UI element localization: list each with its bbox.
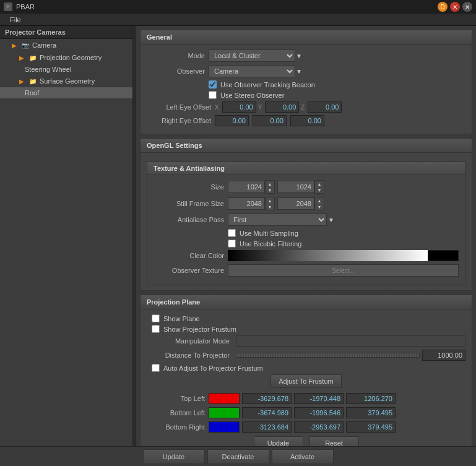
show-plane-label: Show Plane	[163, 315, 200, 322]
clear-color-label: Clear Color	[154, 252, 228, 259]
clear-color-swatch[interactable]	[428, 250, 459, 261]
inner-update-reset-row: Update Reset	[147, 436, 465, 446]
still-h-input[interactable]	[277, 197, 314, 210]
distance-input[interactable]	[422, 350, 465, 361]
left-eye-z-input[interactable]	[308, 101, 342, 113]
sidebar-item-camera[interactable]: ▶ 📷 Camera	[0, 39, 132, 51]
window-btn-orange[interactable]: D	[438, 2, 448, 12]
top-left-color[interactable]	[209, 393, 240, 404]
inner-update-btn[interactable]: Update	[254, 436, 303, 446]
still-w-up[interactable]: ▲	[266, 197, 274, 204]
sidebar-item-surface-geometry[interactable]: ▶ 📁 Surface Geometry	[0, 75, 132, 87]
observer-texture-row: Observer Texture Select...	[154, 264, 459, 277]
app-icon-letter: P	[6, 4, 10, 10]
bottom-left-x-input[interactable]	[242, 407, 292, 418]
right-eye-y-input[interactable]	[253, 115, 287, 126]
size-w-down[interactable]: ▼	[266, 187, 274, 193]
use-observer-tracking-checkbox[interactable]	[209, 80, 217, 88]
window-btn-extra[interactable]: ✕	[462, 2, 472, 12]
proj-geom-folder-icon: 📁	[28, 53, 37, 62]
menu-file[interactable]: File	[5, 16, 26, 24]
left-eye-x-input[interactable]	[222, 101, 256, 113]
top-left-x-input[interactable]	[242, 393, 292, 404]
bottom-right-x-input[interactable]	[242, 421, 292, 433]
left-eye-x-label: X	[215, 104, 219, 111]
proj-geom-icon: ▶	[17, 53, 26, 62]
show-frustum-row: Show Projector Frustum	[147, 325, 465, 333]
bicubic-label: Use Bicubic Filtering	[240, 240, 301, 248]
multi-sampling-row: Use Multi Sampling	[154, 229, 459, 237]
bottom-right-color[interactable]	[209, 421, 240, 433]
observer-dropdown-icon: ▼	[295, 67, 303, 76]
deactivate-btn[interactable]: Deactivate	[207, 449, 269, 464]
show-frustum-checkbox[interactable]	[152, 325, 160, 333]
size-w-up[interactable]: ▲	[266, 181, 274, 187]
projection-plane-body: Show Plane Show Projector Frustum Manipu…	[140, 309, 472, 446]
sidebar-item-steering-wheel[interactable]: Steering Wheel	[0, 64, 132, 75]
bottom-right-y-input[interactable]	[294, 421, 344, 433]
bottom-left-z-input[interactable]	[346, 407, 396, 418]
bottom-right-row: Bottom Right	[147, 421, 465, 433]
left-eye-y-input[interactable]	[265, 101, 299, 113]
right-eye-x-input[interactable]	[215, 115, 249, 126]
use-observer-tracking-label: Use Observer Tracking Beacon	[220, 81, 315, 88]
size-row: Size ▲ ▼ ▲ ▼	[154, 180, 459, 194]
clear-color-bar[interactable]	[228, 250, 428, 261]
auto-adjust-checkbox[interactable]	[152, 364, 160, 372]
still-h-down[interactable]: ▼	[315, 204, 324, 210]
adjust-to-frustum-btn[interactable]: Adjust To Frustum	[270, 374, 341, 388]
update-btn[interactable]: Update	[143, 449, 205, 464]
sidebar-section-title: Projector Cameras	[0, 26, 132, 39]
antialiase-select[interactable]: First Second Third	[228, 214, 327, 226]
use-stereo-observer-label: Use Stereo Observer	[220, 92, 284, 99]
observer-select[interactable]: Camera	[209, 65, 295, 77]
observer-texture-bar[interactable]: Select...	[228, 264, 459, 277]
bottom-left-color[interactable]	[209, 407, 240, 418]
projection-plane-section: Projection Plane Show Plane Show Project…	[140, 295, 472, 446]
use-stereo-observer-checkbox[interactable]	[209, 91, 217, 99]
multi-sampling-checkbox[interactable]	[228, 229, 236, 237]
manipulator-mode-slider[interactable]	[236, 335, 465, 347]
sidebar-item-projection-geometry[interactable]: ▶ 📁 Projection Geometry	[0, 51, 132, 64]
top-left-z-input[interactable]	[346, 393, 396, 404]
projection-plane-header: Projection Plane	[140, 295, 472, 309]
observer-row: Observer Camera ▼	[147, 65, 465, 77]
bottom-left-row: Bottom Left	[147, 407, 465, 418]
top-left-row: Top Left	[147, 393, 465, 404]
multi-sampling-label: Use Multi Sampling	[240, 230, 298, 237]
manipulator-label: Manipulator Mode	[147, 337, 233, 345]
observer-label: Observer	[147, 67, 209, 75]
still-w-down[interactable]: ▼	[266, 204, 274, 210]
left-eye-y-label: Y	[258, 104, 262, 111]
sidebar-proj-geom-label: Projection Geometry	[40, 54, 102, 61]
window-btn-close[interactable]: ✕	[450, 2, 460, 12]
still-h-up[interactable]: ▲	[315, 197, 324, 204]
size-w-input[interactable]	[228, 181, 265, 193]
general-section: General Mode Local & Cluster ▼ Observer …	[140, 30, 472, 134]
show-plane-checkbox[interactable]	[152, 314, 160, 322]
bottom-bar: Update Deactivate Activate	[0, 446, 476, 466]
antialiase-dropdown-icon: ▼	[327, 215, 335, 224]
reset-btn[interactable]: Reset	[309, 436, 359, 446]
bottom-right-z-input[interactable]	[346, 421, 396, 433]
bicubic-checkbox[interactable]	[228, 239, 236, 248]
still-w-input[interactable]	[228, 197, 265, 210]
top-left-y-input[interactable]	[294, 393, 344, 404]
activate-btn[interactable]: Activate	[272, 449, 334, 464]
size-h-down[interactable]: ▼	[315, 187, 324, 193]
auto-adjust-row: Auto Adjust To Projector Frustum	[147, 364, 465, 372]
distance-slider[interactable]	[236, 353, 420, 358]
sidebar-item-roof[interactable]: Roof	[0, 87, 132, 98]
left-eye-label: Left Eye Offset	[147, 103, 215, 111]
size-h-input[interactable]	[277, 181, 314, 193]
right-eye-z-input[interactable]	[290, 115, 324, 126]
title-bar: P PBAR D ✕ ✕	[0, 0, 476, 14]
right-eye-offset-row: Right Eye Offset	[147, 115, 465, 126]
bottom-left-label: Bottom Left	[147, 409, 209, 416]
mode-select[interactable]: Local & Cluster	[209, 50, 295, 62]
bottom-left-y-input[interactable]	[294, 407, 344, 418]
show-frustum-label: Show Projector Frustum	[163, 326, 236, 333]
sidebar-camera-label: Camera	[32, 41, 56, 49]
still-frame-row: Still Frame Size ▲ ▼ ▲	[154, 197, 459, 210]
size-h-up[interactable]: ▲	[315, 181, 324, 187]
